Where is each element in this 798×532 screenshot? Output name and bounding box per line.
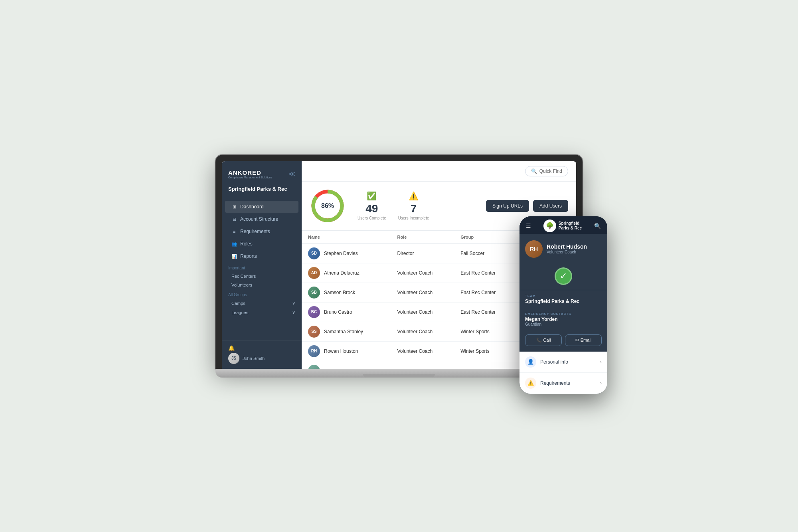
user-avatar: RH bbox=[308, 345, 320, 357]
current-user-avatar: JS bbox=[228, 353, 239, 364]
sidebar-subitem-volunteers[interactable]: Volunteers bbox=[222, 281, 302, 289]
phone-requirements-left: ⚠️ Requirements bbox=[525, 378, 570, 389]
donut-percent: 86% bbox=[321, 202, 334, 210]
scene: ANKORED Compliance Management Solutions … bbox=[180, 123, 618, 410]
user-name-cell: AH Aladdin Holloway bbox=[302, 361, 391, 369]
action-buttons: Sign Up URLs Add Users bbox=[486, 200, 568, 212]
sidebar-subitem-rec-centers[interactable]: Rec Centers bbox=[222, 272, 302, 281]
phone-requirements-item[interactable]: ⚠️ Requirements › bbox=[519, 373, 607, 394]
phone-user-name: Robert Hudson bbox=[547, 243, 587, 250]
sidebar-item-reports[interactable]: 📊 Reports bbox=[225, 250, 298, 262]
sidebar-group-leagues[interactable]: Leagues ∨ bbox=[222, 308, 302, 317]
account-structure-icon: ⊟ bbox=[231, 216, 237, 222]
completion-donut-chart: 86% bbox=[310, 188, 346, 224]
users-complete-stat: ✅ 49 Users Complete bbox=[358, 191, 386, 220]
phone-status-bar: ☰ 🌳 SpringfieldParks & Rec 🔍 bbox=[519, 216, 607, 234]
phone-check-section: ✓ bbox=[519, 263, 607, 290]
user-role-cell: Director bbox=[391, 243, 454, 263]
important-label: Important bbox=[222, 263, 302, 272]
phone-emergency-section: EMERGENCY CONTACTS Megan Yorden Guardian bbox=[519, 308, 607, 330]
col-name: Name bbox=[302, 231, 391, 244]
requirements-chevron-icon: › bbox=[600, 380, 602, 386]
camps-chevron-icon: ∨ bbox=[292, 301, 295, 306]
phone-emergency-name: Megan Yorden bbox=[525, 316, 602, 322]
user-group-cell: East Rec Center bbox=[454, 283, 517, 302]
user-role-cell: Life Guard bbox=[391, 361, 454, 369]
email-label: Email bbox=[581, 338, 592, 342]
phone-contact-actions: 📞 Call ✉ Email bbox=[519, 330, 607, 352]
user-avatar: AH bbox=[308, 365, 320, 369]
phone-menu-section: 👤 Personal info › ⚠️ Requirements › bbox=[519, 352, 607, 394]
phone-email-button[interactable]: ✉ Email bbox=[565, 334, 602, 346]
sidebar-collapse-btn[interactable]: ≪ bbox=[288, 170, 295, 178]
sidebar-item-label: Reports bbox=[240, 253, 257, 259]
incomplete-label: Users Incomplete bbox=[398, 216, 429, 220]
user-group-cell: Winter Sports bbox=[454, 341, 517, 361]
user-name-cell: SB Samson Brock bbox=[302, 283, 391, 302]
user-group-cell: Winter Sports bbox=[454, 322, 517, 341]
sidebar: ANKORED Compliance Management Solutions … bbox=[222, 161, 302, 369]
user-role-cell: Volunteer Coach bbox=[391, 341, 454, 361]
col-group: Group bbox=[454, 231, 517, 244]
call-icon: 📞 bbox=[536, 338, 542, 343]
user-group-cell: East Rec Center bbox=[454, 263, 517, 283]
user-name: Rowan Houston bbox=[324, 348, 358, 354]
roles-icon: 👥 bbox=[231, 241, 237, 247]
incomplete-warning-icon: ⚠️ bbox=[409, 191, 419, 201]
email-icon: ✉ bbox=[575, 338, 579, 343]
phone-team-value: Springfield Parks & Rec bbox=[525, 299, 602, 304]
brand-subtitle: Compliance Management Solutions bbox=[228, 176, 273, 179]
user-name: Samantha Stanley bbox=[324, 329, 363, 334]
user-name: Bruno Castro bbox=[324, 309, 352, 315]
user-name-cell: SS Samantha Stanley bbox=[302, 322, 391, 341]
quick-find-label: Quick Find bbox=[539, 168, 562, 174]
all-groups-label: All Groups bbox=[222, 289, 302, 299]
sidebar-item-requirements[interactable]: ≡ Requirements bbox=[225, 225, 298, 237]
requirements-label: Requirements bbox=[540, 380, 570, 386]
user-name: Samson Brock bbox=[324, 290, 355, 295]
reports-icon: 📊 bbox=[231, 253, 237, 259]
user-name-cell: BC Bruno Castro bbox=[302, 302, 391, 322]
user-avatar: SS bbox=[308, 326, 320, 338]
sidebar-item-dashboard[interactable]: ⊞ Dashboard bbox=[225, 201, 298, 213]
search-icon: 🔍 bbox=[531, 168, 537, 174]
complete-label: Users Complete bbox=[358, 216, 386, 220]
sidebar-item-label: Account Structure bbox=[240, 216, 278, 222]
phone-emergency-role: Guardian bbox=[525, 322, 602, 326]
incomplete-count: 7 bbox=[411, 202, 417, 215]
notification-bell-icon[interactable]: 🔔 bbox=[228, 345, 295, 351]
phone-profile-header: RH Robert Hudson Volunteer Coach bbox=[519, 234, 607, 263]
sidebar-footer: 🔔 JS John Smith bbox=[222, 340, 302, 369]
call-label: Call bbox=[543, 338, 551, 342]
personal-info-chevron-icon: › bbox=[600, 359, 602, 365]
phone: ☰ 🌳 SpringfieldParks & Rec 🔍 RH Robert H… bbox=[519, 216, 607, 394]
user-role-cell: Volunteer Coach bbox=[391, 263, 454, 283]
phone-org-name: SpringfieldParks & Rec bbox=[559, 221, 582, 231]
sidebar-nav: ⊞ Dashboard ⊟ Account Structure ≡ Requir… bbox=[222, 199, 302, 340]
add-users-button[interactable]: Add Users bbox=[533, 200, 568, 212]
phone-call-button[interactable]: 📞 Call bbox=[525, 334, 562, 346]
brand-info: ANKORED Compliance Management Solutions bbox=[228, 169, 273, 179]
phone-search-icon[interactable]: 🔍 bbox=[594, 223, 601, 229]
phone-user-avatar: RH bbox=[525, 240, 543, 258]
col-role: Role bbox=[391, 231, 454, 244]
user-role-cell: Volunteer Coach bbox=[391, 283, 454, 302]
sidebar-group-camps[interactable]: Camps ∨ bbox=[222, 299, 302, 308]
sidebar-item-account-structure[interactable]: ⊟ Account Structure bbox=[225, 213, 298, 225]
quick-find-button[interactable]: 🔍 Quick Find bbox=[525, 166, 568, 176]
complete-check-icon: ✅ bbox=[367, 191, 377, 201]
sidebar-item-roles[interactable]: 👥 Roles bbox=[225, 238, 298, 250]
phone-menu-icon[interactable]: ☰ bbox=[526, 223, 531, 229]
phone-user-role: Volunteer Coach bbox=[547, 250, 587, 254]
user-avatar: SB bbox=[308, 287, 320, 299]
phone-emergency-label: EMERGENCY CONTACTS bbox=[525, 312, 602, 316]
sidebar-item-label: Requirements bbox=[240, 229, 270, 234]
user-role-cell: Volunteer Coach bbox=[391, 302, 454, 322]
top-bar: 🔍 Quick Find bbox=[302, 161, 576, 182]
user-group-cell: Fall Soccer bbox=[454, 243, 517, 263]
phone-completion-check-icon: ✓ bbox=[555, 267, 572, 285]
leagues-chevron-icon: ∨ bbox=[292, 310, 295, 315]
sign-up-urls-button[interactable]: Sign Up URLs bbox=[486, 200, 529, 212]
phone-personal-info-item[interactable]: 👤 Personal info › bbox=[519, 352, 607, 373]
camps-label: Camps bbox=[231, 301, 245, 306]
